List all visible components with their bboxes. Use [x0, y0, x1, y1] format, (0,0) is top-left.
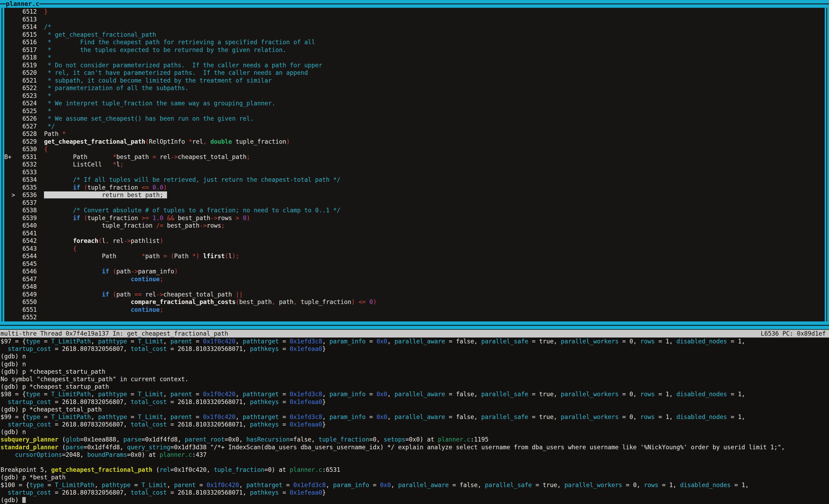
source-line: 6544 Path *path = (Path *) lfirst(l);	[4, 252, 825, 260]
line-number-gutter: 6535	[4, 184, 44, 191]
terminal-cursor[interactable]	[22, 497, 26, 503]
console-line: Breakpoint 5, get_cheapest_fractional_pa…	[1, 466, 829, 473]
line-number-gutter: 6524	[4, 100, 44, 107]
source-window-right-border	[825, 8, 829, 321]
source-line: 6533	[4, 168, 825, 176]
source-line: 6515 * get_cheapest_fractional_path	[4, 31, 825, 39]
source-code-area: 6512 } 6513 6514 /* 6515 * get_cheapest_…	[4, 8, 825, 321]
line-number-gutter: 6541	[4, 230, 44, 237]
source-line: 6546 if (path->param_info)	[4, 267, 825, 275]
line-number-gutter: 6522	[4, 84, 44, 92]
line-number-gutter: 6547	[4, 276, 44, 283]
gdb-tui-screen: planner.c 6512 } 6513 6514 /* 6515 * get…	[0, 0, 829, 504]
line-number-gutter: 6542	[4, 237, 44, 244]
gdb-console[interactable]: $97 = {type = T_LimitPath, pathtype = T_…	[1, 337, 829, 504]
console-line: $99 = {type = T_LimitPath, pathtype = T_…	[1, 413, 829, 421]
source-line: 6541	[4, 229, 825, 237]
source-line: 6535 if (tuple_fraction <= 0.0)	[4, 184, 825, 191]
console-line: (gdb) n	[1, 360, 829, 368]
console-line: (gdb) p *best_path	[1, 473, 829, 481]
status-thread-info: multi-thre Thread 0x7f4e19a137 In: get_c…	[1, 330, 228, 337]
line-number-gutter: 6540	[4, 222, 44, 229]
source-line: 6520 * rel, it can't have parameterized …	[4, 69, 825, 77]
console-line: $100 = {type = T_LimitPath, pathtype = T…	[1, 481, 829, 489]
source-line: 6523 *	[4, 92, 825, 100]
console-line: startup_cost = 2618.807832056807, total_…	[1, 421, 829, 428]
current-line-marker-gutter: > 6536	[4, 191, 44, 199]
line-number-gutter: 6548	[4, 283, 44, 290]
console-line: No symbol "cheapest_startu_path" in curr…	[1, 375, 829, 383]
source-line: 6516 * Find the cheapest path for retrie…	[4, 38, 825, 46]
line-number-gutter: 6551	[4, 306, 44, 313]
source-window-left-border	[0, 8, 4, 321]
line-number-gutter: 6533	[4, 169, 44, 176]
line-number-gutter: 6523	[4, 92, 44, 99]
line-number-gutter: 6532	[4, 161, 44, 168]
line-number-gutter: 6538	[4, 207, 44, 214]
line-number-gutter: 6546	[4, 268, 44, 275]
source-line: 6517 * the tuples expected to be returne…	[4, 46, 825, 54]
line-number-gutter: 6517	[4, 46, 44, 53]
line-number-gutter: 6530	[4, 146, 44, 152]
source-line: 6542 foreach(l, rel->pathlist)	[4, 237, 825, 245]
source-line: 6539 if (tuple_fraction >= 1.0 && best_p…	[4, 214, 825, 222]
source-line: 6550 compare_fractional_path_costs(best_…	[4, 298, 825, 306]
line-number-gutter: 6550	[4, 298, 44, 305]
console-line: $98 = {type = T_LimitPath, pathtype = T_…	[1, 390, 829, 398]
breakpoint-marker-gutter: B+ 6531	[4, 153, 44, 160]
border-dash-left	[0, 3, 6, 4]
line-number-gutter: 6543	[4, 245, 44, 252]
line-number-gutter: 6519	[4, 62, 44, 69]
console-line: standard_planner (parse=0x1df4fd8, query…	[1, 443, 829, 451]
line-number-gutter: 6528	[4, 130, 44, 137]
source-line: 6512 }	[4, 8, 825, 15]
line-number-gutter: 6552	[4, 314, 44, 321]
source-line: 6519 * Do not consider parameterized pat…	[4, 61, 825, 69]
source-line: 6524 * We interpret tuple_fraction the s…	[4, 100, 825, 107]
console-line: subquery_planner (glob=0x1eea888, parse=…	[1, 436, 829, 443]
source-line: 6525 *	[4, 107, 825, 115]
line-number-gutter: 6518	[4, 54, 44, 61]
console-line: cursorOptions=2048, boundParams=0x0) at …	[1, 451, 829, 459]
line-number-gutter: 6527	[4, 123, 44, 130]
console-line: (gdb) p *cheapest_total_path	[1, 406, 829, 413]
source-line: 6534 /* If all tuples will be retrieved,…	[4, 176, 825, 184]
source-line: 6514 /*	[4, 23, 825, 31]
source-line: > 6536 return best_path;	[4, 191, 825, 199]
line-number-gutter: 6545	[4, 260, 44, 267]
line-number-gutter: 6521	[4, 77, 44, 84]
gdb-prompt-line[interactable]: (gdb)	[1, 496, 829, 504]
source-line: 6551 continue;	[4, 306, 825, 314]
source-line: 6529 get_cheapest_fractional_path(RelOpt…	[4, 138, 825, 146]
console-line: startup_cost = 2618.807832056807, total_…	[1, 345, 829, 353]
line-number-gutter: 6549	[4, 291, 44, 298]
source-line: 6547 continue;	[4, 275, 825, 283]
source-line: 6540 tuple_fraction /= best_path->rows;	[4, 222, 825, 229]
line-number-gutter: 6537	[4, 199, 44, 206]
source-line: 6545	[4, 260, 825, 268]
source-line: 6528 Path *	[4, 130, 825, 138]
console-line: (gdb) n	[1, 428, 829, 436]
line-number-gutter: 6520	[4, 69, 44, 76]
console-line: (gdb) p *cheapest_startup_path	[1, 383, 829, 390]
source-line: 6530 {	[4, 145, 825, 153]
source-line: 6522 * parameterization of all the subpa…	[4, 84, 825, 92]
console-line	[1, 459, 829, 466]
source-line: 6513	[4, 15, 825, 23]
line-number-gutter: 6513	[4, 16, 44, 23]
source-window[interactable]: planner.c 6512 } 6513 6514 /* 6515 * get…	[0, 0, 829, 329]
console-line: startup_cost = 2618.807832056807, total_…	[1, 398, 829, 406]
line-number-gutter: 6529	[4, 138, 44, 145]
line-number-gutter: 6534	[4, 176, 44, 183]
source-window-top-border: planner.c	[0, 0, 829, 8]
console-line: (gdb) n	[1, 353, 829, 360]
source-window-bottom-border	[0, 321, 829, 329]
line-number-gutter: 6544	[4, 253, 44, 259]
line-number-gutter: 6512	[4, 8, 44, 15]
line-number-gutter: 6526	[4, 115, 44, 122]
source-line: B+ 6531 Path *best_path = rel->cheapest_…	[4, 153, 825, 161]
console-line: startup_cost = 2618.807832056807, total_…	[1, 489, 829, 496]
source-line: 6548	[4, 283, 825, 291]
console-line: (gdb) p *cheapest_startu_path	[1, 368, 829, 375]
source-line: 6526 * We assume set_cheapest() has been…	[4, 115, 825, 122]
